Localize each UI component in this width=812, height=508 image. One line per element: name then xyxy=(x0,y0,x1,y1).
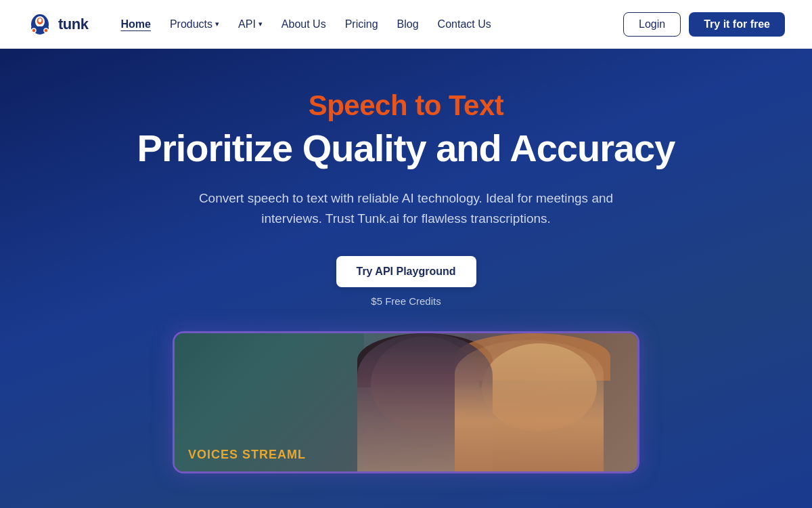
hero-description: Convert speech to text with reliable AI … xyxy=(169,188,643,230)
video-card: VOICES STREAML xyxy=(173,331,639,473)
svg-point-7 xyxy=(44,28,48,33)
video-label: VOICES STREAML xyxy=(188,448,306,462)
nav-products[interactable]: Products ▾ xyxy=(162,13,227,36)
navbar-left: tunk Home Products ▾ API ▾ About Us Pric… xyxy=(27,12,499,37)
try-free-button[interactable]: Try it for free xyxy=(689,12,785,37)
nav-home[interactable]: Home xyxy=(112,13,158,36)
nav-about[interactable]: About Us xyxy=(273,13,334,36)
hero-subtitle: Speech to Text xyxy=(309,89,504,122)
logo-text: tunk xyxy=(58,16,88,33)
api-chevron-icon: ▾ xyxy=(258,20,263,28)
nav-blog[interactable]: Blog xyxy=(389,13,427,36)
svg-point-6 xyxy=(32,28,36,33)
free-credits-label: $5 Free Credits xyxy=(371,295,441,307)
nav-pricing[interactable]: Pricing xyxy=(337,13,386,36)
svg-point-4 xyxy=(39,18,42,22)
api-playground-button[interactable]: Try API Playground xyxy=(336,256,476,287)
products-chevron-icon: ▾ xyxy=(215,20,219,28)
login-button[interactable]: Login xyxy=(623,12,681,37)
tunk-logo-icon xyxy=(27,12,53,37)
nav-links: Home Products ▾ API ▾ About Us Pricing B… xyxy=(112,13,499,36)
video-background: VOICES STREAML xyxy=(175,333,637,471)
navbar: tunk Home Products ▾ API ▾ About Us Pric… xyxy=(0,0,812,49)
logo[interactable]: tunk xyxy=(27,12,88,37)
person-right-body xyxy=(455,340,604,473)
navbar-right: Login Try it for free xyxy=(623,12,785,37)
hero-section: Speech to Text Prioritize Quality and Ac… xyxy=(0,49,812,508)
hero-title: Prioritize Quality and Accuracy xyxy=(137,127,675,169)
nav-api[interactable]: API ▾ xyxy=(230,13,271,36)
nav-contact[interactable]: Contact Us xyxy=(430,13,499,36)
